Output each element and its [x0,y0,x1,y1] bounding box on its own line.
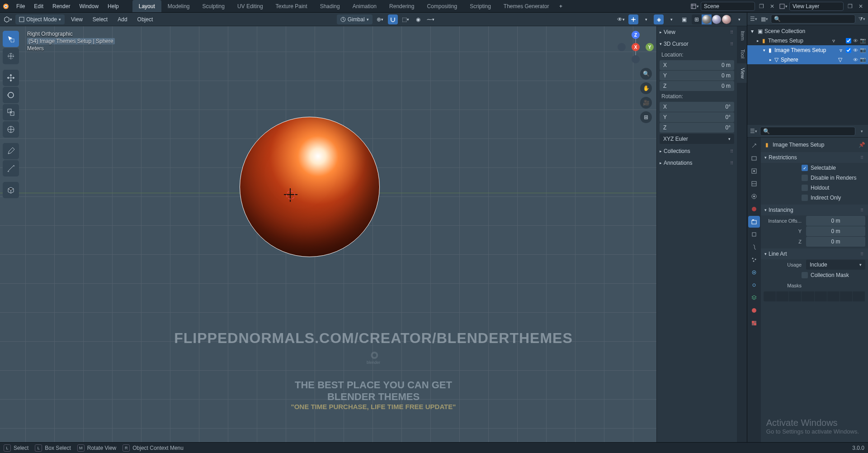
cursor-loc-y-field[interactable]: Y0 m [660,71,734,81]
new-scene-icon[interactable]: ❐ [757,2,766,11]
prop-tab-data-icon[interactable] [748,292,760,304]
visibility-dropdown-icon[interactable]: 👁▾ [616,14,626,24]
section-restrictions-header[interactable]: ▾Restrictions⠿ [761,152,868,163]
tool-add-cube-icon[interactable] [3,182,19,198]
expand-icon[interactable]: ▸ [769,57,772,62]
cursor-rot-z-field[interactable]: Z0° [660,123,734,133]
tool-move-icon[interactable] [3,70,19,86]
menu-edit[interactable]: Edit [29,0,48,12]
tab-themes-generator[interactable]: Themes Generator [497,0,556,12]
prop-tab-material-icon[interactable] [748,305,760,316]
shading-rendered-icon[interactable] [722,14,731,24]
tool-select-box-icon[interactable] [3,31,19,47]
outliner-filter-icon[interactable]: ⧩▾ [857,14,866,24]
prop-tab-constraints-icon[interactable] [748,279,760,291]
shading-dropdown-icon[interactable]: ▾ [734,14,744,24]
lineart-usage-dropdown[interactable]: Include▾ [806,260,865,270]
tab-uv-editing[interactable]: UV Editing [231,0,269,12]
shading-solid-icon[interactable] [702,14,712,24]
holdout-checkbox-row[interactable]: Holdout [761,183,868,193]
instance-offset-y-field[interactable]: 0 m [806,226,865,236]
npanel-tab-item[interactable]: Item [737,26,747,45]
gizmo-axis-z-icon[interactable]: Z [632,31,640,39]
delete-scene-icon[interactable]: ✕ [768,2,777,11]
add-workspace-button[interactable]: + [556,0,566,12]
prop-tab-render-icon[interactable] [748,153,760,164]
collection-mask-checkbox-row[interactable]: Collection Mask [761,270,868,280]
overlay-toggle-icon[interactable]: ◈ [654,14,664,24]
instance-offset-z-field[interactable]: 0 m [806,237,865,247]
collection-enable-checkbox[interactable] [846,38,851,43]
viewport-menu-select[interactable]: Select [89,13,111,26]
render-icon[interactable]: 📷 [860,47,866,53]
viewport-menu-object[interactable]: Object [134,13,157,26]
render-icon[interactable]: 📷 [860,57,866,62]
npanel-collections-header[interactable]: ▸Collections⠿ [657,145,737,157]
checkbox-icon[interactable] [802,185,808,191]
pan-icon[interactable]: ✋ [640,82,652,94]
gizmo-axis-x-icon[interactable]: X [632,43,640,51]
cursor-rot-y-field[interactable]: Y0° [660,112,734,122]
exclude-icon[interactable]: ▿ [830,38,837,44]
blender-logo-icon[interactable] [0,0,12,12]
prop-tab-scene-icon[interactable] [748,191,760,202]
tab-compositing[interactable]: Compositing [420,0,463,12]
proportional-toggle-icon[interactable]: ◉ [413,14,423,24]
indirect-only-checkbox-row[interactable]: Indirect Only [761,193,868,203]
tool-scale-icon[interactable] [3,104,19,120]
editor-type-icon[interactable]: ▾ [3,14,13,24]
tool-transform-icon[interactable] [3,121,19,138]
tree-row[interactable]: ▸ ▮ Themes Setup ▿ 👁 📷 [747,36,868,45]
collection-enable-checkbox[interactable] [846,48,851,53]
prop-tab-particles-icon[interactable] [748,254,760,266]
masks-buttons[interactable] [764,291,865,301]
cursor-rot-x-field[interactable]: X0° [660,102,734,112]
prop-tab-tool-icon[interactable] [748,140,760,152]
prop-tab-physics-icon[interactable] [748,267,760,278]
new-viewlayer-icon[interactable]: ❐ [845,2,854,11]
prop-tab-collection-icon[interactable] [748,216,760,228]
gizmo-dropdown-icon[interactable]: ▾ [641,14,651,24]
prop-tab-viewlayer-icon[interactable] [748,178,760,190]
tab-shading[interactable]: Shading [314,0,346,12]
npanel-tab-view[interactable]: View [737,63,747,83]
viewlayer-name-field[interactable]: View Layer [789,2,844,11]
outliner-type-icon[interactable]: ☰▾ [749,14,758,24]
tab-texture-paint[interactable]: Texture Paint [269,0,314,12]
viewport-canvas[interactable]: Right Orthographic (54) Image Themes Set… [0,26,747,442]
viewport-menu-view[interactable]: View [67,13,86,26]
render-icon[interactable]: 📷 [860,38,866,43]
properties-type-icon[interactable]: ☰▾ [749,127,758,136]
tree-scene-collection[interactable]: ▾ ▣ Scene Collection [747,26,868,36]
proportional-type-icon[interactable]: ⁓▾ [426,14,436,24]
delete-viewlayer-icon[interactable]: ✕ [856,2,865,11]
viewlayer-browse-icon[interactable]: ▾ [778,2,788,11]
menu-window[interactable]: Window [75,0,103,12]
prop-tab-modifiers-icon[interactable] [748,241,760,253]
outliner-display-icon[interactable]: ▦▾ [760,14,769,24]
checkbox-icon[interactable] [802,272,808,278]
shading-wireframe-icon[interactable]: ⊞ [692,14,702,24]
tree-row[interactable]: ▾ ▮ Image Themes Setup ▿ 👁 📷 [747,45,868,55]
tab-sculpting[interactable]: Sculpting [196,0,231,12]
checkbox-icon[interactable] [802,165,808,171]
menu-help[interactable]: Help [103,0,123,12]
disable-renders-checkbox-row[interactable]: Disable in Renders [761,173,868,183]
visibility-icon[interactable]: 👁 [853,57,858,62]
checkbox-icon[interactable] [802,195,808,201]
sphere-object[interactable] [240,117,380,257]
tab-animation[interactable]: Animation [346,0,383,12]
selectable-checkbox-row[interactable]: Selectable [761,163,868,173]
tab-modeling[interactable]: Modeling [161,0,196,12]
instance-offset-x-field[interactable]: 0 m [806,216,865,226]
visibility-icon[interactable]: 👁 [853,48,858,53]
cursor-loc-x-field[interactable]: X0 m [660,60,734,70]
properties-options-icon[interactable]: ▾ [857,127,866,136]
npanel-3dcursor-header[interactable]: ▾3D Cursor⠿ [657,38,737,50]
tree-row[interactable]: ▸ ▽ Sphere ▽ 👁 📷 [747,55,868,64]
scene-name-field[interactable]: Scene [701,2,755,11]
zoom-icon[interactable]: 🔍 [640,68,652,80]
prop-tab-world-icon[interactable] [748,203,760,215]
cursor-loc-z-field[interactable]: Z0 m [660,81,734,91]
pivot-dropdown-icon[interactable]: ⊕▾ [375,14,385,24]
